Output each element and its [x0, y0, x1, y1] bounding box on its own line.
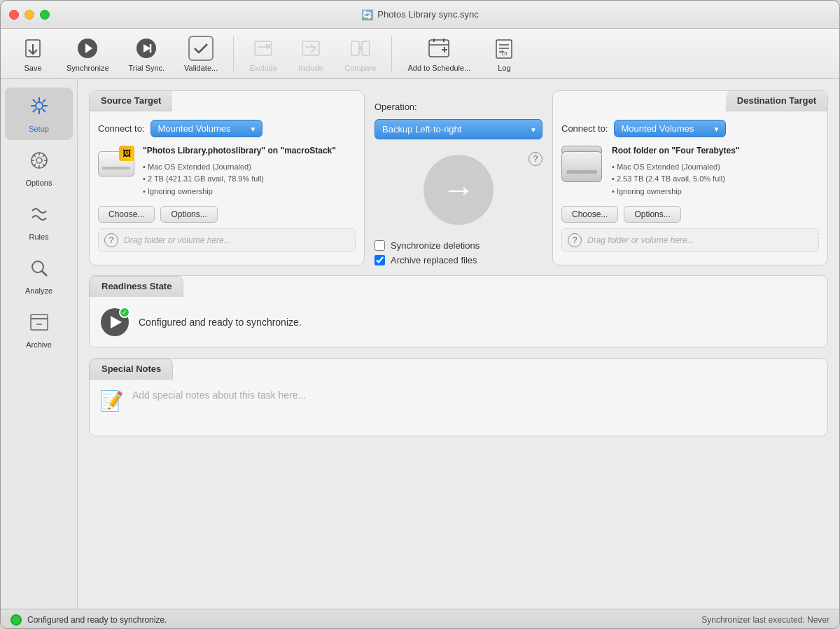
- sidebar: Setup Options Rules: [1, 79, 78, 609]
- sidebar-item-options[interactable]: Options: [5, 143, 73, 194]
- sync-deletions-checkbox[interactable]: [374, 240, 385, 251]
- source-volume-info: 🖼 "Photos Library.photoslibrary" on "mac…: [98, 146, 356, 198]
- svg-rect-16: [429, 40, 449, 57]
- source-help-icon[interactable]: ?: [104, 233, 118, 247]
- schedule-icon: [426, 36, 451, 61]
- special-notes-panel: Special Notes 📝 Add special notes about …: [89, 358, 828, 436]
- sync-deletions-label: Synchronize deletions: [391, 240, 479, 251]
- svg-rect-14: [362, 41, 370, 55]
- svg-rect-13: [351, 41, 359, 55]
- source-choose-button[interactable]: Choose...: [98, 206, 155, 223]
- sidebar-item-setup[interactable]: Setup: [5, 88, 73, 140]
- schedule-button[interactable]: Add to Schedule...: [400, 32, 477, 76]
- toolbar: Save Synchronize Trial Sync. Val: [1, 29, 839, 79]
- play-triangle-icon: [111, 316, 122, 329]
- minimize-button[interactable]: [24, 10, 34, 20]
- log-button[interactable]: ln Log: [483, 32, 525, 76]
- svg-point-30: [32, 261, 43, 272]
- special-notes-tab: Special Notes: [90, 359, 173, 380]
- rules-icon: [29, 204, 50, 230]
- toolbar-separator-1: [233, 36, 234, 71]
- dest-connect-row: Connect to: Mounted Volumes: [561, 120, 819, 137]
- title-bar: 🔄 Photos Library sync.sync: [1, 1, 839, 29]
- save-button[interactable]: Save: [12, 32, 54, 76]
- sync-deletions-row: Synchronize deletions: [374, 240, 542, 251]
- source-connect-select-wrapper: Mounted Volumes: [150, 120, 262, 137]
- svg-line-31: [42, 271, 47, 276]
- compare-button[interactable]: Compare: [337, 32, 383, 76]
- log-icon: ln: [491, 36, 517, 61]
- special-notes-body: 📝 Add special notes about this task here…: [90, 380, 827, 436]
- dest-options-button[interactable]: Options...: [624, 206, 680, 223]
- validate-button[interactable]: Validate...: [177, 32, 225, 76]
- content-area: Source Target Connect to: Mounted Volume…: [78, 79, 839, 609]
- setup-icon: [28, 95, 50, 122]
- status-indicator: [10, 614, 22, 625]
- dest-volume-info: Root folder on "Four Terabytes" Mac OS E…: [561, 146, 819, 198]
- operation-help-icon[interactable]: ?: [528, 152, 542, 166]
- notes-icon: 📝: [99, 389, 124, 413]
- status-right-text: Synchronizer last executed: Never: [701, 615, 830, 625]
- readiness-body: ✓ Configured and ready to synchronize.: [90, 297, 827, 347]
- title-icon: 🔄: [361, 9, 373, 20]
- source-volume-details: "Photos Library.photoslibrary" on "macro…: [143, 146, 356, 198]
- exclude-icon: [251, 36, 276, 61]
- source-drag-zone[interactable]: ? Drag folder or volume here...: [98, 228, 356, 252]
- svg-point-29: [36, 158, 42, 163]
- sync-direction-arrow: →: [424, 155, 493, 225]
- dest-help-icon[interactable]: ?: [568, 233, 582, 247]
- dest-tab: Destination Target: [726, 91, 827, 111]
- dest-connect-select-wrapper: Mounted Volumes: [614, 120, 726, 137]
- maximize-button[interactable]: [40, 10, 50, 20]
- save-icon: [20, 36, 46, 61]
- archive-replaced-label: Archive replaced files: [391, 255, 477, 265]
- svg-point-27: [36, 102, 43, 109]
- exclude-button[interactable]: Exclude: [242, 32, 284, 76]
- source-body: Connect to: Mounted Volumes 🖼: [90, 111, 364, 261]
- options-icon: [29, 150, 50, 176]
- operation-panel: Operation: Backup Left-to-right → ? Sync…: [374, 90, 542, 265]
- synchronize-icon: [75, 36, 100, 61]
- operation-options: Synchronize deletions Archive replaced f…: [374, 240, 542, 265]
- source-options-button[interactable]: Options...: [160, 206, 217, 223]
- sidebar-item-archive[interactable]: Archive: [5, 305, 73, 356]
- svg-rect-7: [255, 41, 272, 55]
- dest-volume-props: Mac OS Extended (Journaled) 2.53 TB (2.4…: [612, 161, 819, 198]
- source-btn-row: Choose... Options...: [98, 206, 356, 223]
- destination-target-panel: Destination Target Connect to: Mounted V…: [552, 90, 828, 265]
- dest-connect-select[interactable]: Mounted Volumes: [614, 120, 726, 137]
- operation-select-wrapper: Backup Left-to-right: [374, 119, 542, 139]
- readiness-tab: Readiness State: [90, 276, 183, 297]
- archive-icon: [29, 312, 50, 338]
- dest-drive-icon: [561, 146, 603, 182]
- include-icon: [298, 36, 323, 61]
- traffic-lights: [9, 10, 50, 20]
- source-connect-row: Connect to: Mounted Volumes: [98, 120, 356, 137]
- source-connect-select[interactable]: Mounted Volumes: [150, 120, 262, 137]
- archive-replaced-checkbox[interactable]: [374, 255, 385, 265]
- compare-icon: [348, 36, 373, 61]
- status-left: Configured and ready to synchronize.: [10, 614, 167, 625]
- include-button[interactable]: Include: [290, 32, 332, 76]
- analyze-icon: [29, 258, 50, 284]
- operation-select[interactable]: Backup Left-to-right: [374, 119, 542, 139]
- sidebar-item-rules[interactable]: Rules: [5, 197, 73, 248]
- dest-drag-zone[interactable]: ? Drag folder or volume here...: [561, 228, 819, 252]
- arrow-right-icon: →: [442, 173, 475, 207]
- svg-rect-11: [302, 41, 319, 55]
- close-button[interactable]: [9, 10, 19, 20]
- sidebar-item-analyze[interactable]: Analyze: [5, 251, 73, 302]
- source-photo-badge: 🖼: [119, 146, 134, 161]
- readiness-message: Configured and ready to synchronize.: [139, 317, 302, 328]
- source-drive-icon: 🖼: [98, 146, 134, 177]
- synchronize-button[interactable]: Synchronize: [59, 32, 116, 76]
- green-check-icon: ✓: [119, 307, 130, 318]
- archive-replaced-row: Archive replaced files: [374, 255, 542, 265]
- dest-header: Destination Target: [553, 91, 827, 111]
- targets-row: Source Target Connect to: Mounted Volume…: [89, 90, 828, 265]
- dest-volume-details: Root folder on "Four Terabytes" Mac OS E…: [612, 146, 819, 198]
- trial-sync-button[interactable]: Trial Sync.: [122, 32, 172, 76]
- svg-text:ln: ln: [501, 50, 508, 57]
- dest-choose-button[interactable]: Choose...: [561, 206, 618, 223]
- source-volume-props: Mac OS Extended (Journaled) 2 TB (421.31…: [143, 161, 356, 198]
